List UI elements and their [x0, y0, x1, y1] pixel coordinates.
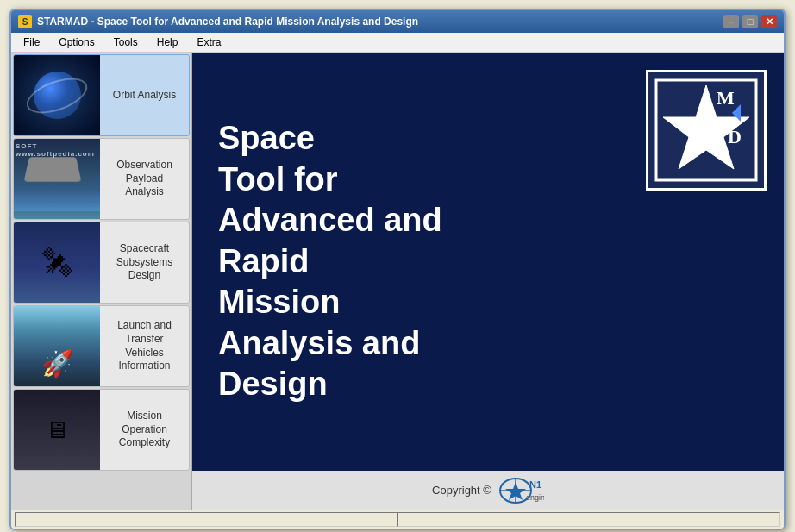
main-window: S STARMAD - Space Tool for Advanced and … [9, 9, 786, 530]
menu-options[interactable]: Options [50, 34, 103, 50]
app-icon: S [18, 15, 32, 28]
sidebar-label-spacecraft: Spacecraft Subsystems Design [100, 239, 189, 286]
close-button[interactable]: ✕ [761, 15, 777, 28]
hero-line4: Rapid [218, 241, 758, 283]
sidebar-thumb-orbit [14, 54, 100, 136]
hero-line6: Analysis and [218, 323, 758, 365]
window-controls: – □ ✕ [723, 15, 777, 28]
hero-line5: Mission [218, 282, 758, 323]
starmad-logo-panel: M D [646, 70, 767, 191]
statusbar [11, 510, 784, 529]
sidebar-item-launch-transfer[interactable]: Launch and Transfer Vehicles Information [13, 305, 190, 387]
center-panel: M D Space Tool for Advanced and Rapid Mi… [192, 53, 784, 471]
starmad-logo-svg: M D [654, 78, 758, 182]
copyright-text: Copyright © [432, 484, 491, 497]
menubar: File Options Tools Help Extra [11, 33, 784, 53]
launch-thumbnail [14, 305, 100, 387]
main-content: Orbit Analysis SOFTwww.softpedia.com Obs… [11, 53, 784, 510]
svg-text:M: M [717, 87, 735, 109]
sidebar: Orbit Analysis SOFTwww.softpedia.com Obs… [11, 53, 192, 510]
maximize-button[interactable]: □ [742, 15, 758, 28]
svg-text:engineering: engineering [526, 493, 544, 502]
menu-tools[interactable]: Tools [105, 34, 147, 50]
orbit-thumbnail [14, 54, 100, 136]
sidebar-item-orbit-analysis[interactable]: Orbit Analysis [13, 54, 190, 136]
sidebar-label-launch: Launch and Transfer Vehicles Information [100, 316, 189, 376]
softpedia-watermark: SOFTwww.softpedia.com [16, 142, 95, 158]
titlebar: S STARMAD - Space Tool for Advanced and … [11, 10, 784, 33]
sidebar-label-payload: Observation Payload Analysis [100, 155, 189, 203]
svg-text:N1: N1 [529, 479, 541, 490]
minimize-button[interactable]: – [723, 15, 739, 28]
sidebar-thumb-mission [14, 389, 100, 471]
sidebar-thumb-launch [14, 305, 100, 387]
svg-text:D: D [728, 126, 742, 147]
sidebar-item-observation-payload[interactable]: SOFTwww.softpedia.com Observation Payloa… [13, 138, 190, 220]
payload-thumbnail: SOFTwww.softpedia.com [14, 138, 100, 220]
sidebar-item-spacecraft-subsystems[interactable]: Spacecraft Subsystems Design [13, 222, 190, 304]
menu-help[interactable]: Help [148, 34, 187, 50]
menu-file[interactable]: File [15, 34, 48, 50]
copyright-bar: Copyright © N1 engineering [192, 471, 784, 510]
window-title: STARMAD - Space Tool for Advanced and Ra… [37, 16, 418, 28]
spacecraft-thumbnail [14, 222, 100, 304]
menu-extra[interactable]: Extra [188, 34, 229, 50]
titlebar-left: S STARMAD - Space Tool for Advanced and … [18, 15, 418, 28]
status-panel-2 [398, 512, 780, 527]
sidebar-thumb-spacecraft [14, 222, 100, 304]
sidebar-label-mission: Mission Operation Complexity [100, 406, 189, 454]
sidebar-item-mission-operation[interactable]: Mission Operation Complexity [13, 389, 190, 471]
hero-line3: Advanced and [218, 200, 758, 241]
sidebar-thumb-payload: SOFTwww.softpedia.com [14, 138, 100, 220]
hero-line7: Design [218, 364, 758, 405]
mission-thumbnail [14, 389, 100, 471]
sidebar-label-orbit: Orbit Analysis [100, 85, 189, 106]
status-panel-1 [15, 512, 398, 527]
company-logo-svg: N1 engineering [497, 478, 544, 504]
